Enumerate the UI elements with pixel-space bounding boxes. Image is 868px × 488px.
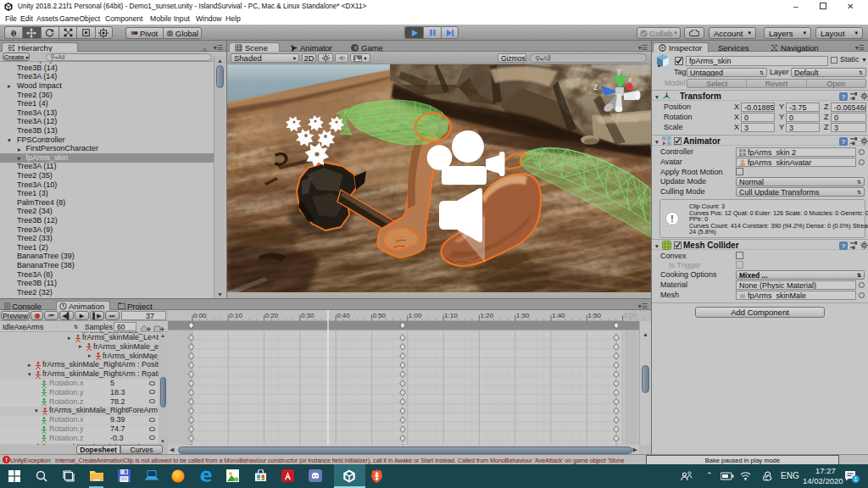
svg-text:y: y bbox=[617, 66, 621, 75]
svg-text:!: ! bbox=[670, 214, 673, 224]
svg-text:x: x bbox=[628, 75, 632, 84]
svg-text:‹ Persp: ‹ Persp bbox=[611, 114, 639, 123]
svg-text:?: ? bbox=[842, 138, 846, 146]
svg-text:?: ? bbox=[842, 93, 846, 101]
svg-text:z: z bbox=[593, 82, 598, 92]
svg-text:?: ? bbox=[842, 242, 846, 250]
